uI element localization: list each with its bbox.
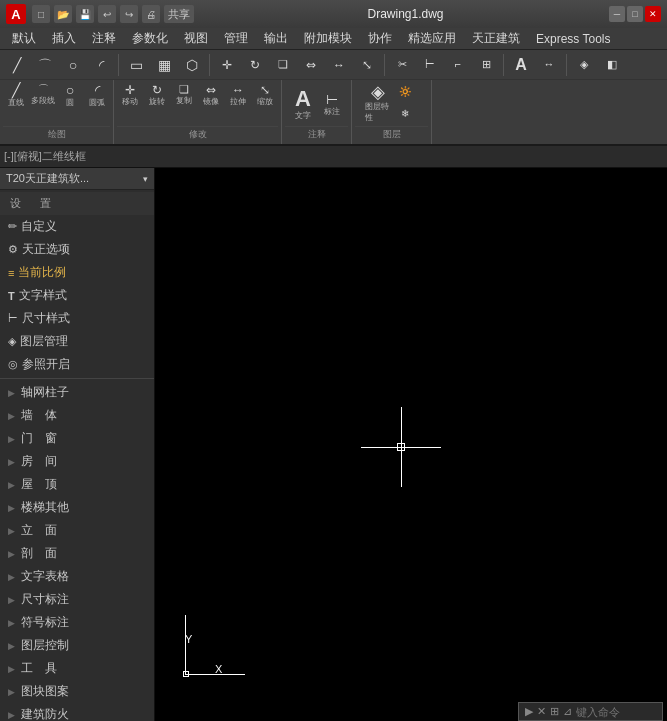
cmd-input[interactable] (576, 706, 656, 718)
tb-polyline[interactable]: ⌒ (32, 52, 58, 78)
menu-annotate[interactable]: 注释 (84, 28, 124, 49)
save-icon[interactable]: 💾 (76, 5, 94, 23)
copy-icon: ❏ (278, 59, 288, 70)
line-icon: ╱ (13, 58, 21, 72)
draw-circle-icon: ○ (66, 83, 74, 97)
mod-rotate-btn[interactable]: ↻ 旋转 (144, 82, 170, 108)
sidebar-item-symbol[interactable]: ▶ 符号标注 (0, 611, 154, 634)
sidebar-item-fire[interactable]: ▶ 建筑防火 (0, 703, 154, 721)
sidebar-item-dimdraw[interactable]: ▶ 尺寸标注 (0, 588, 154, 611)
menu-tjjz[interactable]: 天正建筑 (464, 28, 528, 49)
sidebar-item-layerctrl[interactable]: ▶ 图层控制 (0, 634, 154, 657)
mod-stretch-btn[interactable]: ↔ 拉伸 (225, 82, 251, 108)
redo-icon[interactable]: ↪ (120, 5, 138, 23)
dim-icon: ↔ (544, 59, 555, 70)
sep5 (566, 54, 567, 76)
sidebar-item-elevation[interactable]: ▶ 立 面 (0, 519, 154, 542)
sidebar-item-door[interactable]: ▶ 门 窗 (0, 427, 154, 450)
layer-prop-icon: ◈ (371, 83, 385, 101)
move-icon: ✛ (222, 59, 232, 71)
tb-fillet[interactable]: ⌐ (445, 52, 471, 78)
tb-copy[interactable]: ❏ (270, 52, 296, 78)
share-btn[interactable]: 共享 (164, 5, 194, 23)
sidebar-item-options[interactable]: ⚙ 天正选项 (0, 238, 154, 261)
layer-prop-btn[interactable]: ◈ 图层特性 (365, 90, 391, 116)
viewport-canvas[interactable]: Y X ▶ ✕ ⊞ ⊿ (155, 168, 667, 721)
plot-icon[interactable]: 🖨 (142, 5, 160, 23)
circle-icon: ○ (69, 58, 77, 72)
sidebar-item-dimstyle[interactable]: ⊢ 尺寸样式 (0, 307, 154, 330)
sidebar-item-textstyle[interactable]: T 文字样式 (0, 284, 154, 307)
sidebar-item-custom[interactable]: ✏ 自定义 (0, 215, 154, 238)
sidebar-item-room[interactable]: ▶ 房 间 (0, 450, 154, 473)
tb-array[interactable]: ⊞ (473, 52, 499, 78)
draw-polyline-btn[interactable]: ⌒ 多段线 (30, 82, 56, 108)
elev-label: 立 面 (21, 522, 57, 539)
tb-circle[interactable]: ○ (60, 52, 86, 78)
sidebar-item-stair[interactable]: ▶ 楼梯其他 (0, 496, 154, 519)
layer-color-btn[interactable]: 🔆 (392, 82, 418, 102)
tb-rotate[interactable]: ↻ (242, 52, 268, 78)
menu-insert[interactable]: 插入 (44, 28, 84, 49)
stair-label: 楼梯其他 (21, 499, 69, 516)
mod-move-btn[interactable]: ✛ 移动 (117, 82, 143, 108)
menu-parametric[interactable]: 参数化 (124, 28, 176, 49)
sidebar-item-scale[interactable]: ≡ 当前比例 (0, 261, 154, 284)
door-label: 门 窗 (21, 430, 57, 447)
tb-extend[interactable]: ⊢ (417, 52, 443, 78)
sidebar-item-block[interactable]: ▶ 图块图案 (0, 680, 154, 703)
sidebar-item-roof[interactable]: ▶ 屋 顶 (0, 473, 154, 496)
sidebar-item-section[interactable]: ▶ 剖 面 (0, 542, 154, 565)
tb-layer[interactable]: ◈ (571, 52, 597, 78)
sidebar-item-layermgr[interactable]: ◈ 图层管理 (0, 330, 154, 353)
textstyle-label: 文字样式 (19, 287, 67, 304)
mod-mirror-btn[interactable]: ⇔ 镜像 (198, 82, 224, 108)
tb-mirror[interactable]: ⇔ (298, 52, 324, 78)
hatch-icon: ▦ (158, 58, 171, 72)
sidebar-item-axis[interactable]: ▶ 轴网柱子 (0, 381, 154, 404)
tb-hatch[interactable]: ▦ (151, 52, 177, 78)
tb-scale[interactable]: ⤡ (354, 52, 380, 78)
mod-scale-btn[interactable]: ⤡ 缩放 (252, 82, 278, 108)
menu-addons[interactable]: 附加模块 (296, 28, 360, 49)
lc-arrow: ▶ (8, 641, 15, 651)
menu-express-tools[interactable]: Express Tools (528, 30, 618, 48)
tt-arrow: ▶ (8, 572, 15, 582)
tb-trim[interactable]: ✂ (389, 52, 415, 78)
menu-default[interactable]: 默认 (4, 28, 44, 49)
layer-freeze-btn[interactable]: ❄ (392, 104, 418, 124)
close-btn[interactable]: ✕ (645, 6, 661, 22)
tb-layer2[interactable]: ◧ (599, 52, 625, 78)
tb-move[interactable]: ✛ (214, 52, 240, 78)
minimize-btn[interactable]: ─ (609, 6, 625, 22)
sidebar-item-wall[interactable]: ▶ 墙 体 (0, 404, 154, 427)
mod-copy-btn[interactable]: ❏ 复制 (171, 82, 197, 108)
menu-featured[interactable]: 精选应用 (400, 28, 464, 49)
tb-line[interactable]: ╱ (4, 52, 30, 78)
mod-rot-icon: ↻ (152, 84, 162, 96)
tb-text[interactable]: A (508, 52, 534, 78)
ann-dim-btn[interactable]: ⊢ 标注 (319, 91, 345, 117)
new-icon[interactable]: □ (32, 5, 50, 23)
draw-line-btn[interactable]: ╱ 直线 (3, 82, 29, 108)
draw-circle-btn[interactable]: ○ 圆 (57, 82, 83, 108)
tb-arc[interactable]: ◜ (88, 52, 114, 78)
tb-dim[interactable]: ↔ (536, 52, 562, 78)
sep4 (503, 54, 504, 76)
menu-manage[interactable]: 管理 (216, 28, 256, 49)
menu-collaborate[interactable]: 协作 (360, 28, 400, 49)
undo-icon[interactable]: ↩ (98, 5, 116, 23)
menu-output[interactable]: 输出 (256, 28, 296, 49)
open-icon[interactable]: 📂 (54, 5, 72, 23)
annotation-group-label: 注释 (285, 126, 348, 142)
tb-region[interactable]: ⬡ (179, 52, 205, 78)
tb-rect[interactable]: ▭ (123, 52, 149, 78)
sidebar-item-xref[interactable]: ◎ 参照开启 (0, 353, 154, 376)
sidebar-item-tools[interactable]: ▶ 工 具 (0, 657, 154, 680)
tb-stretch[interactable]: ↔ (326, 52, 352, 78)
menu-view[interactable]: 视图 (176, 28, 216, 49)
ann-text-btn[interactable]: A 文字 (288, 82, 318, 126)
sidebar-item-texttable[interactable]: ▶ 文字表格 (0, 565, 154, 588)
maximize-btn[interactable]: □ (627, 6, 643, 22)
draw-arc-btn[interactable]: ◜ 圆弧 (84, 82, 110, 108)
